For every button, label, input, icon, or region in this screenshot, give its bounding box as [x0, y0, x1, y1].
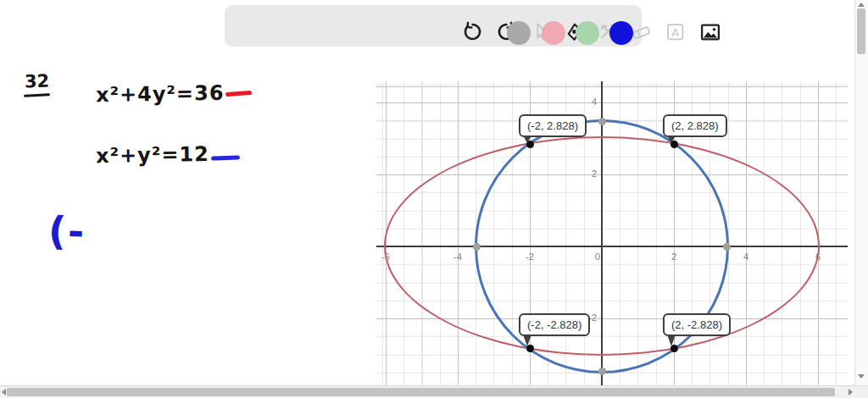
- curve-axis-point: [473, 243, 481, 251]
- x-tick-label: 0: [595, 252, 600, 262]
- image-tool-button[interactable]: [698, 19, 721, 43]
- undo-button[interactable]: [460, 19, 484, 43]
- vertical-scrollbar[interactable]: [854, 0, 868, 385]
- scroll-right-icon[interactable]: [849, 389, 853, 395]
- image-icon: [699, 21, 721, 42]
- x-tick-label: -2: [526, 252, 534, 262]
- x-tick-label: 2: [671, 252, 676, 262]
- curve-axis-point: [723, 243, 731, 251]
- equation-ellipse: x²+4y²=36: [96, 81, 225, 108]
- color-swatch-blue[interactable]: [609, 21, 633, 45]
- equation-circle: x²+y²=12: [96, 142, 209, 168]
- point-label: (-2, 2.828): [519, 114, 587, 137]
- scroll-down-icon[interactable]: [858, 374, 865, 379]
- textbox-icon: A: [665, 21, 686, 42]
- point-label-pointer: [667, 334, 676, 346]
- point-label: (2, -2.828): [663, 313, 731, 336]
- x-tick-label: 6: [815, 252, 821, 262]
- undo-icon: [462, 21, 483, 42]
- scroll-left-icon[interactable]: [2, 389, 6, 395]
- color-swatch-pink[interactable]: [542, 21, 565, 45]
- y-tick-label: 4: [592, 97, 597, 107]
- point-label: (-2, -2.828): [519, 313, 590, 336]
- graph-image[interactable]: -6-4-2024642-2(-2, 2.828)(2, 2.828)(-2, …: [376, 81, 848, 385]
- point-label-pointer: [523, 334, 531, 346]
- equation-ellipse-color-mark: [225, 91, 252, 97]
- curve-axis-point: [598, 368, 606, 375]
- x-tick-label: -6: [381, 252, 390, 262]
- color-swatch-green[interactable]: [576, 21, 599, 45]
- curve-axis-point: [598, 118, 606, 125]
- point-label: (2, 2.828): [663, 114, 727, 137]
- color-swatch-gray[interactable]: [507, 21, 531, 45]
- partial-answer-writing: (-: [47, 207, 86, 255]
- y-tick-label: 2: [592, 169, 597, 179]
- x-tick-label: -4: [453, 252, 462, 262]
- textbox-tool-button[interactable]: A: [663, 19, 687, 43]
- x-tick-label: 4: [743, 252, 748, 262]
- vertical-scrollbar-thumb[interactable]: [857, 8, 865, 54]
- scroll-up-icon[interactable]: [858, 3, 865, 7]
- svg-text:A: A: [671, 25, 679, 38]
- problem-number: 32: [25, 70, 50, 91]
- horizontal-scrollbar-thumb[interactable]: [7, 388, 835, 396]
- problem-number-underline: [24, 93, 50, 97]
- equation-circle-color-mark: [211, 155, 240, 160]
- drawing-toolbar: A: [225, 5, 642, 47]
- eraser-icon: [631, 21, 652, 42]
